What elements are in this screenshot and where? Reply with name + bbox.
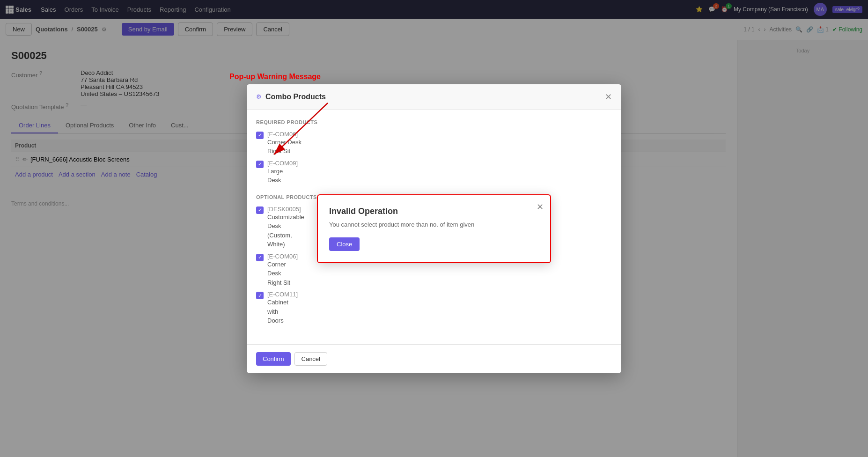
warning-dialog: ✕ Invalid Operation You cannot select pr… [317, 194, 551, 263]
warning-overlay: ✕ Invalid Operation You cannot select pr… [0, 0, 868, 457]
annotation-text: Pop-up Warning Message [229, 73, 321, 81]
warning-message: You cannot select product more than no. … [329, 221, 539, 228]
warning-close-icon[interactable]: ✕ [537, 202, 544, 212]
svg-line-1 [274, 103, 328, 155]
warning-title: Invalid Operation [329, 206, 539, 216]
warning-close-button[interactable]: Close [329, 237, 360, 251]
